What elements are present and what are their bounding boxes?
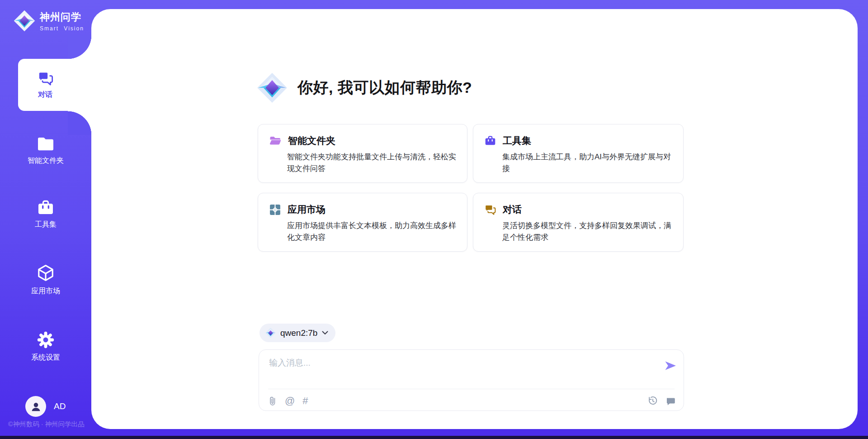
sidebar-item-label: 对话 [38, 90, 52, 100]
brand-subtitle: Smart Vision [40, 25, 84, 32]
sidebar-item-chat[interactable]: 对话 [18, 59, 92, 111]
card-chat[interactable]: 对话 灵活切换多模型文件，支持多样回复效果调试，满足个性化需求 [473, 193, 684, 252]
model-diamond-icon [265, 328, 276, 338]
card-description: 集成市场上主流工具，助力AI与外界无缝扩展与对接 [502, 151, 672, 174]
sidebar-item-smart-folder[interactable]: 智能文件夹 [0, 136, 91, 166]
card-app-market[interactable]: 应用市场 应用市场提供丰富长文本模板，助力高效生成多样化文章内容 [258, 193, 467, 252]
briefcase-icon [37, 199, 55, 216]
card-smart-folder[interactable]: 智能文件夹 智能文件夹功能支持批量文件上传与清洗，轻松实现文件问答 [258, 124, 467, 183]
sidebar-item-label: 应用市场 [31, 286, 60, 296]
chat-icon [484, 204, 496, 216]
message-input[interactable] [268, 356, 654, 386]
briefcase-icon [484, 135, 496, 147]
tab-curve-bottom [68, 111, 92, 135]
sidebar-item-label: 工具集 [35, 220, 57, 229]
chat-bubble-icon[interactable] [665, 396, 675, 406]
card-title: 智能文件夹 [288, 134, 335, 147]
brand: 神州问学 Smart Vision [14, 10, 84, 32]
chat-icon [37, 70, 53, 86]
sidebar-item-app-market[interactable]: 应用市场 [0, 263, 91, 296]
model-name: qwen2:7b [280, 328, 317, 338]
app-window: 你好, 我可以如何帮助你? 智能文件夹 智能文件夹功能支持批量文件上传与清洗，轻… [0, 0, 868, 439]
sidebar-item-label: 智能文件夹 [28, 156, 64, 166]
sidebar-item-toolset[interactable]: 工具集 [0, 199, 91, 229]
card-description: 智能文件夹功能支持批量文件上传与清洗，轻松实现文件问答 [287, 151, 456, 174]
folder-open-icon [269, 134, 282, 147]
card-description: 应用市场提供丰富长文本模板，助力高效生成多样化文章内容 [287, 220, 456, 243]
cube-icon [36, 263, 55, 282]
app-grid-icon [269, 204, 281, 216]
card-title: 工具集 [503, 134, 531, 147]
composer-divider [268, 389, 675, 389]
composer-toolbar: @ # [268, 396, 675, 406]
tab-curve-top [68, 35, 92, 59]
paperclip-icon[interactable] [268, 396, 277, 406]
sidebar-item-label: 系统设置 [31, 353, 60, 363]
person-icon [30, 401, 42, 413]
sidebar-item-settings[interactable]: 系统设置 [0, 331, 91, 363]
copyright-text: ©神州数码 · 神州问学出品 [8, 420, 85, 429]
model-selector[interactable]: qwen2:7b [259, 324, 335, 342]
folder-icon [37, 136, 55, 152]
message-composer: @ # [259, 349, 684, 411]
sidebar: 神州问学 Smart Vision 对话 智能文件夹 [0, 0, 91, 439]
card-title: 应用市场 [288, 203, 326, 216]
send-icon[interactable] [664, 359, 677, 372]
user-initials: AD [54, 401, 66, 411]
gear-icon [37, 331, 55, 349]
bottom-edge-strip [0, 436, 868, 439]
avatar [25, 396, 46, 417]
card-description: 灵活切换多模型文件，支持多样回复效果调试，满足个性化需求 [502, 220, 672, 243]
user-account[interactable]: AD [25, 396, 66, 417]
brand-title: 神州问学 [40, 10, 84, 24]
main-panel: 你好, 我可以如何帮助你? 智能文件夹 智能文件夹功能支持批量文件上传与清洗，轻… [91, 9, 858, 429]
brand-diamond-icon [14, 10, 35, 32]
at-icon[interactable]: @ [285, 396, 295, 406]
card-toolset[interactable]: 工具集 集成市场上主流工具，助力AI与外界无缝扩展与对接 [473, 124, 684, 183]
chevron-down-icon [322, 331, 328, 335]
brand-diamond-icon [257, 72, 288, 103]
card-title: 对话 [503, 203, 522, 216]
greeting: 你好, 我可以如何帮助你? [257, 72, 472, 103]
greeting-text: 你好, 我可以如何帮助你? [297, 77, 472, 98]
feature-cards: 智能文件夹 智能文件夹功能支持批量文件上传与清洗，轻松实现文件问答 工具集 集成… [258, 124, 684, 252]
hash-icon[interactable]: # [302, 396, 308, 406]
history-icon[interactable] [648, 396, 658, 406]
